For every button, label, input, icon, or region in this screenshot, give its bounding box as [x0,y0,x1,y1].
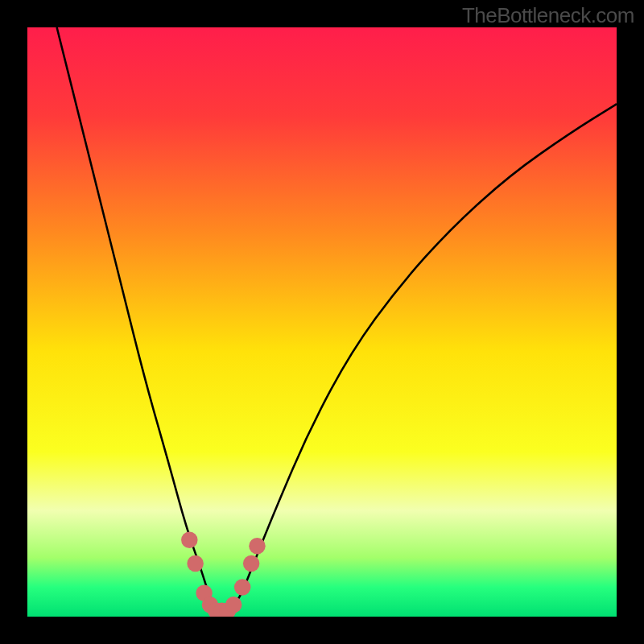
highlight-dots [181,532,266,617]
plot-area [27,27,617,617]
marker-dot [225,597,242,613]
watermark-text: TheBottleneck.com [462,3,634,28]
marker-dot [234,579,250,595]
marker-dot [243,555,259,572]
marker-dot [249,538,265,554]
bottleneck-curve [57,27,617,611]
chart-frame: TheBottleneck.com [0,0,644,644]
marker-dot [181,532,197,548]
marker-dot [187,555,203,572]
curve-layer [27,27,617,617]
